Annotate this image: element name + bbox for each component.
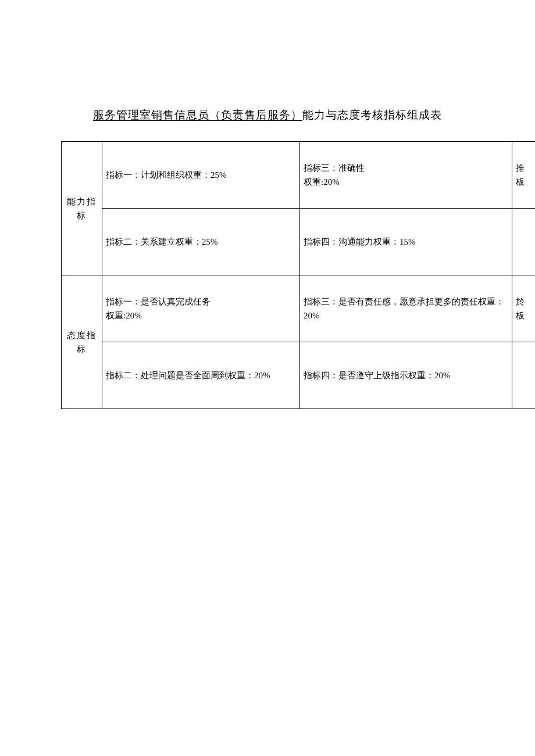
cell-text-line1: 指标一：是否认真完成任务 bbox=[106, 295, 296, 309]
attitude-extra-2 bbox=[512, 342, 536, 409]
title-rest: 能力与态度考核指标组成表 bbox=[302, 109, 442, 121]
attitude-indicator-4: 指标四：是否遵守上级指示权重：20% bbox=[300, 342, 512, 409]
cell-text-line2: 板 bbox=[516, 309, 532, 323]
ability-indicator-2: 指标二：关系建立权重：25% bbox=[102, 209, 300, 275]
cell-text-line1: 推 bbox=[516, 161, 532, 175]
page-title: 服务管理室销售信息员（负责售后服务）能力与态度考核指标组成表 bbox=[0, 0, 535, 141]
cell-text: 指标四：沟通能力权重：15% bbox=[304, 237, 416, 246]
ability-indicator-3: 指标三：准确性 权重:20% bbox=[300, 142, 512, 209]
indicator-table: 能力指标 指标一：计划和组织权重：25% 指标三：准确性 权重:20% 推 板 … bbox=[61, 141, 535, 409]
cell-text-line1: 指标三：准确性 bbox=[304, 161, 508, 175]
ability-extra-1: 推 板 bbox=[512, 142, 536, 209]
attitude-indicator-2: 指标二：处理问题是否全面周到权重：20% bbox=[102, 342, 300, 409]
attitude-indicator-3: 指标三：是否有责任感，愿意承担更多的责任权重：20% bbox=[300, 275, 512, 342]
section-header-text: 态度指标 bbox=[65, 328, 98, 356]
cell-text: 指标三：是否有责任感，愿意承担更多的责任权重：20% bbox=[304, 297, 504, 320]
ability-indicator-1: 指标一：计划和组织权重：25% bbox=[102, 142, 300, 209]
section-header-text: 能力指标 bbox=[65, 195, 98, 223]
cell-text: 指标四：是否遵守上级指示权重：20% bbox=[304, 371, 451, 380]
cell-text-line2: 权重:20% bbox=[304, 175, 508, 189]
attitude-extra-1: 於 板 bbox=[512, 275, 536, 342]
cell-text-line1: 於 bbox=[516, 295, 532, 309]
cell-text: 指标二：处理问题是否全面周到权重：20% bbox=[106, 371, 270, 380]
cell-text-line2: 板 bbox=[516, 175, 532, 189]
cell-text: 指标一：计划和组织权重：25% bbox=[106, 170, 227, 180]
section-header-attitude: 态度指标 bbox=[62, 275, 102, 409]
attitude-indicator-1: 指标一：是否认真完成任务 权重:20% bbox=[102, 275, 300, 342]
ability-extra-2 bbox=[512, 209, 536, 275]
ability-indicator-4: 指标四：沟通能力权重：15% bbox=[300, 209, 512, 275]
title-underlined: 服务管理室销售信息员（负责售后服务） bbox=[93, 109, 302, 121]
section-header-ability: 能力指标 bbox=[62, 142, 102, 275]
cell-text-line2: 权重:20% bbox=[106, 309, 296, 323]
cell-text: 指标二：关系建立权重：25% bbox=[106, 237, 218, 246]
